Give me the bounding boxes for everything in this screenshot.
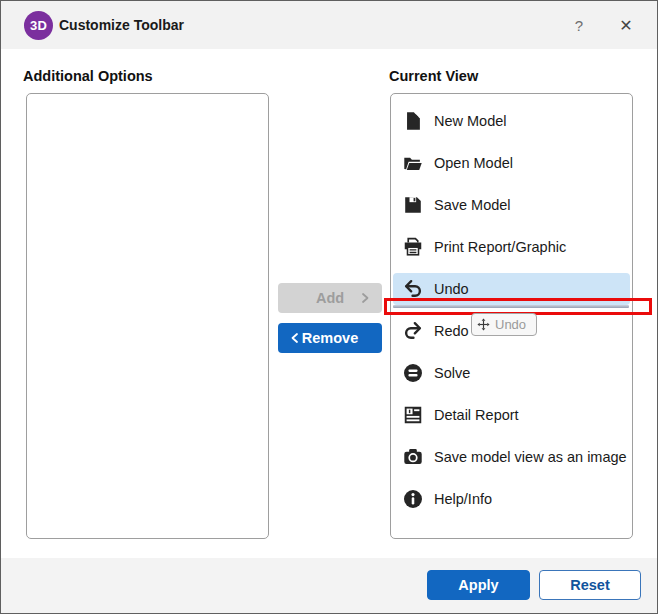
app-logo-3d: 3D — [24, 11, 53, 40]
additional-options-list[interactable] — [26, 93, 269, 539]
printer-icon — [401, 235, 425, 259]
remove-button-label: Remove — [302, 330, 358, 346]
chevron-left-icon — [289, 332, 301, 344]
add-button[interactable]: Add — [278, 283, 382, 313]
window-title: Customize Toolbar — [59, 1, 184, 49]
list-item-detail-report[interactable]: Detail Report — [393, 394, 630, 436]
list-item-open-model[interactable]: Open Model — [393, 142, 630, 184]
apply-button[interactable]: Apply — [427, 570, 530, 600]
solve-icon — [401, 361, 425, 385]
undo-icon — [401, 277, 425, 301]
open-folder-icon — [401, 151, 425, 175]
close-button[interactable]: ✕ — [611, 1, 641, 49]
list-item-print-report-graphic[interactable]: Print Report/Graphic — [393, 226, 630, 268]
current-view-label: Current View — [389, 68, 478, 84]
add-button-label: Add — [316, 290, 344, 306]
title-bar[interactable]: 3D Customize Toolbar ? ✕ — [1, 1, 657, 49]
list-item-label: Detail Report — [434, 407, 519, 423]
new-model-icon — [401, 109, 425, 133]
drop-indicator — [393, 305, 629, 308]
additional-options-label: Additional Options — [23, 68, 153, 84]
drag-ghost-label: Undo — [495, 317, 526, 332]
list-item-label: Redo — [434, 323, 469, 339]
list-item-save-model-view-as-an-image[interactable]: Save model view as an image — [393, 436, 630, 478]
list-item-label: Save Model — [434, 197, 511, 213]
list-item-help-info[interactable]: Help/Info — [393, 478, 630, 520]
list-item-label: Save model view as an image — [434, 449, 627, 465]
detail-report-icon — [401, 403, 425, 427]
list-item-label: Open Model — [434, 155, 513, 171]
list-item-new-model[interactable]: New Model — [393, 100, 630, 142]
help-button[interactable]: ? — [564, 1, 594, 49]
list-item-label: Undo — [434, 281, 469, 297]
list-item-label: Print Report/Graphic — [434, 239, 566, 255]
customize-toolbar-dialog: 3D Customize Toolbar ? ✕ Additional Opti… — [0, 0, 658, 614]
list-item-label: Solve — [434, 365, 470, 381]
list-item-solve[interactable]: Solve — [393, 352, 630, 394]
list-item-label: New Model — [434, 113, 507, 129]
redo-icon — [401, 319, 425, 343]
info-icon — [401, 487, 425, 511]
drag-ghost: Undo — [471, 313, 537, 336]
remove-button[interactable]: Remove — [278, 323, 382, 353]
list-item-label: Help/Info — [434, 491, 492, 507]
camera-icon — [401, 445, 425, 469]
move-icon — [477, 318, 490, 331]
save-icon — [401, 193, 425, 217]
reset-button[interactable]: Reset — [539, 570, 641, 600]
chevron-right-icon — [359, 292, 371, 304]
app-logo-text: 3D — [30, 18, 47, 33]
list-item-save-model[interactable]: Save Model — [393, 184, 630, 226]
footer-bar: Apply Reset — [1, 558, 657, 614]
list-item-undo[interactable]: Undo — [393, 273, 630, 305]
